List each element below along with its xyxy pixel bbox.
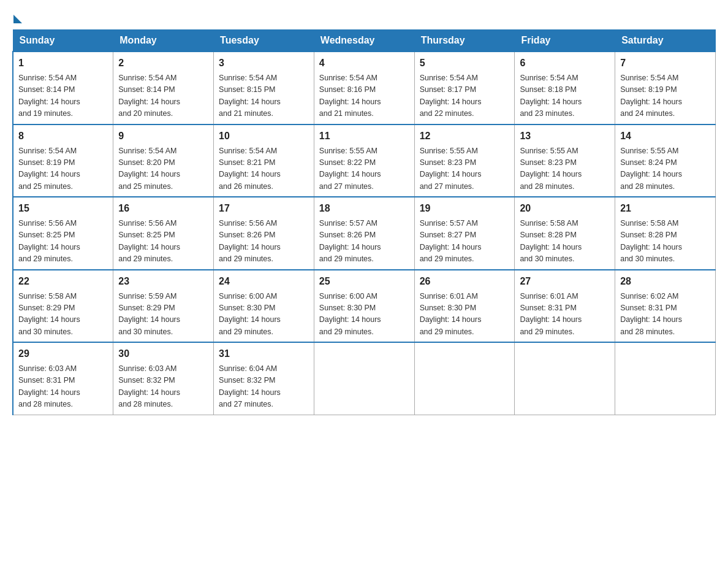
- calendar-cell: 16 Sunrise: 5:56 AM Sunset: 8:25 PM Dayl…: [113, 197, 214, 270]
- calendar-cell: 30 Sunrise: 6:03 AM Sunset: 8:32 PM Dayl…: [113, 342, 214, 415]
- calendar-week-row: 8 Sunrise: 5:54 AM Sunset: 8:19 PM Dayli…: [13, 124, 716, 197]
- calendar-cell: 18 Sunrise: 5:57 AM Sunset: 8:26 PM Dayl…: [314, 197, 414, 270]
- day-info: Sunrise: 5:58 AM Sunset: 8:28 PM Dayligh…: [520, 218, 610, 266]
- calendar-cell: 24 Sunrise: 6:00 AM Sunset: 8:30 PM Dayl…: [214, 270, 314, 343]
- logo: [12, 12, 22, 23]
- day-info: Sunrise: 5:54 AM Sunset: 8:21 PM Dayligh…: [219, 145, 309, 193]
- calendar-table: SundayMondayTuesdayWednesdayThursdayFrid…: [12, 29, 716, 415]
- day-info: Sunrise: 5:59 AM Sunset: 8:29 PM Dayligh…: [118, 291, 208, 339]
- page-header: [12, 12, 716, 23]
- day-info: Sunrise: 5:56 AM Sunset: 8:25 PM Dayligh…: [18, 218, 108, 266]
- day-number: 25: [319, 274, 409, 289]
- day-number: 10: [219, 129, 309, 144]
- day-info: Sunrise: 5:57 AM Sunset: 8:27 PM Dayligh…: [420, 218, 510, 266]
- calendar-week-row: 29 Sunrise: 6:03 AM Sunset: 8:31 PM Dayl…: [13, 342, 716, 415]
- day-number: 29: [18, 347, 108, 361]
- calendar-cell: 17 Sunrise: 5:56 AM Sunset: 8:26 PM Dayl…: [214, 197, 314, 270]
- day-info: Sunrise: 5:54 AM Sunset: 8:19 PM Dayligh…: [620, 72, 710, 120]
- calendar-cell: 3 Sunrise: 5:54 AM Sunset: 8:15 PM Dayli…: [214, 52, 314, 124]
- day-number: 6: [520, 56, 610, 71]
- weekday-header-saturday: Saturday: [615, 30, 716, 52]
- calendar-cell: 22 Sunrise: 5:58 AM Sunset: 8:29 PM Dayl…: [13, 270, 113, 343]
- day-number: 30: [118, 347, 208, 361]
- calendar-cell: 31 Sunrise: 6:04 AM Sunset: 8:32 PM Dayl…: [214, 342, 314, 415]
- calendar-cell: 6 Sunrise: 5:54 AM Sunset: 8:18 PM Dayli…: [515, 52, 615, 124]
- day-info: Sunrise: 5:54 AM Sunset: 8:18 PM Dayligh…: [520, 72, 610, 120]
- day-info: Sunrise: 5:54 AM Sunset: 8:15 PM Dayligh…: [219, 72, 309, 120]
- day-number: 24: [219, 274, 309, 289]
- day-number: 21: [620, 201, 710, 216]
- day-number: 8: [18, 129, 108, 144]
- calendar-cell: [414, 342, 515, 415]
- calendar-cell: 12 Sunrise: 5:55 AM Sunset: 8:23 PM Dayl…: [414, 124, 515, 197]
- day-number: 19: [420, 201, 510, 216]
- day-number: 22: [18, 274, 108, 289]
- day-info: Sunrise: 5:55 AM Sunset: 8:24 PM Dayligh…: [620, 145, 710, 193]
- day-number: 16: [118, 201, 208, 216]
- day-info: Sunrise: 5:57 AM Sunset: 8:26 PM Dayligh…: [319, 218, 409, 266]
- day-number: 18: [319, 201, 409, 216]
- day-info: Sunrise: 6:03 AM Sunset: 8:31 PM Dayligh…: [18, 363, 108, 411]
- day-number: 12: [420, 129, 510, 144]
- day-number: 28: [620, 274, 710, 289]
- day-number: 17: [219, 201, 309, 216]
- day-number: 5: [420, 56, 510, 71]
- day-number: 4: [319, 56, 409, 71]
- calendar-cell: 26 Sunrise: 6:01 AM Sunset: 8:30 PM Dayl…: [414, 270, 515, 343]
- day-number: 9: [118, 129, 208, 144]
- logo-arrow-icon: [13, 15, 22, 23]
- calendar-cell: 8 Sunrise: 5:54 AM Sunset: 8:19 PM Dayli…: [13, 124, 113, 197]
- calendar-cell: [515, 342, 615, 415]
- calendar-week-row: 1 Sunrise: 5:54 AM Sunset: 8:14 PM Dayli…: [13, 52, 716, 124]
- calendar-cell: 20 Sunrise: 5:58 AM Sunset: 8:28 PM Dayl…: [515, 197, 615, 270]
- calendar-week-row: 15 Sunrise: 5:56 AM Sunset: 8:25 PM Dayl…: [13, 197, 716, 270]
- weekday-header-wednesday: Wednesday: [314, 30, 414, 52]
- day-number: 2: [118, 56, 208, 71]
- day-number: 3: [219, 56, 309, 71]
- day-info: Sunrise: 6:02 AM Sunset: 8:31 PM Dayligh…: [620, 291, 710, 339]
- day-info: Sunrise: 5:55 AM Sunset: 8:23 PM Dayligh…: [520, 145, 610, 193]
- day-info: Sunrise: 5:55 AM Sunset: 8:22 PM Dayligh…: [319, 145, 409, 193]
- day-number: 13: [520, 129, 610, 144]
- day-number: 7: [620, 56, 710, 71]
- calendar-cell: 15 Sunrise: 5:56 AM Sunset: 8:25 PM Dayl…: [13, 197, 113, 270]
- calendar-cell: [615, 342, 716, 415]
- calendar-cell: 14 Sunrise: 5:55 AM Sunset: 8:24 PM Dayl…: [615, 124, 716, 197]
- day-info: Sunrise: 5:55 AM Sunset: 8:23 PM Dayligh…: [420, 145, 510, 193]
- day-info: Sunrise: 5:54 AM Sunset: 8:14 PM Dayligh…: [18, 72, 108, 120]
- day-info: Sunrise: 6:04 AM Sunset: 8:32 PM Dayligh…: [219, 363, 309, 411]
- weekday-header-thursday: Thursday: [414, 30, 515, 52]
- calendar-cell: 7 Sunrise: 5:54 AM Sunset: 8:19 PM Dayli…: [615, 52, 716, 124]
- day-info: Sunrise: 5:54 AM Sunset: 8:14 PM Dayligh…: [118, 72, 208, 120]
- day-info: Sunrise: 5:54 AM Sunset: 8:16 PM Dayligh…: [319, 72, 409, 120]
- day-info: Sunrise: 6:01 AM Sunset: 8:30 PM Dayligh…: [420, 291, 510, 339]
- calendar-week-row: 22 Sunrise: 5:58 AM Sunset: 8:29 PM Dayl…: [13, 270, 716, 343]
- weekday-header-friday: Friday: [515, 30, 615, 52]
- day-number: 20: [520, 201, 610, 216]
- day-number: 14: [620, 129, 710, 144]
- day-number: 15: [18, 201, 108, 216]
- calendar-cell: 23 Sunrise: 5:59 AM Sunset: 8:29 PM Dayl…: [113, 270, 214, 343]
- day-info: Sunrise: 5:54 AM Sunset: 8:17 PM Dayligh…: [420, 72, 510, 120]
- weekday-header-sunday: Sunday: [13, 30, 113, 52]
- calendar-cell: [314, 342, 414, 415]
- calendar-cell: 10 Sunrise: 5:54 AM Sunset: 8:21 PM Dayl…: [214, 124, 314, 197]
- day-info: Sunrise: 5:54 AM Sunset: 8:19 PM Dayligh…: [18, 145, 108, 193]
- calendar-cell: 4 Sunrise: 5:54 AM Sunset: 8:16 PM Dayli…: [314, 52, 414, 124]
- weekday-header-monday: Monday: [113, 30, 214, 52]
- calendar-cell: 28 Sunrise: 6:02 AM Sunset: 8:31 PM Dayl…: [615, 270, 716, 343]
- day-info: Sunrise: 6:03 AM Sunset: 8:32 PM Dayligh…: [118, 363, 208, 411]
- day-info: Sunrise: 5:54 AM Sunset: 8:20 PM Dayligh…: [118, 145, 208, 193]
- day-number: 31: [219, 347, 309, 361]
- calendar-cell: 1 Sunrise: 5:54 AM Sunset: 8:14 PM Dayli…: [13, 52, 113, 124]
- calendar-cell: 25 Sunrise: 6:00 AM Sunset: 8:30 PM Dayl…: [314, 270, 414, 343]
- day-info: Sunrise: 5:56 AM Sunset: 8:26 PM Dayligh…: [219, 218, 309, 266]
- calendar-cell: 19 Sunrise: 5:57 AM Sunset: 8:27 PM Dayl…: [414, 197, 515, 270]
- weekday-header-tuesday: Tuesday: [214, 30, 314, 52]
- weekday-header-row: SundayMondayTuesdayWednesdayThursdayFrid…: [13, 30, 716, 52]
- calendar-cell: 21 Sunrise: 5:58 AM Sunset: 8:28 PM Dayl…: [615, 197, 716, 270]
- calendar-cell: 13 Sunrise: 5:55 AM Sunset: 8:23 PM Dayl…: [515, 124, 615, 197]
- calendar-cell: 29 Sunrise: 6:03 AM Sunset: 8:31 PM Dayl…: [13, 342, 113, 415]
- calendar-cell: 5 Sunrise: 5:54 AM Sunset: 8:17 PM Dayli…: [414, 52, 515, 124]
- day-info: Sunrise: 6:00 AM Sunset: 8:30 PM Dayligh…: [219, 291, 309, 339]
